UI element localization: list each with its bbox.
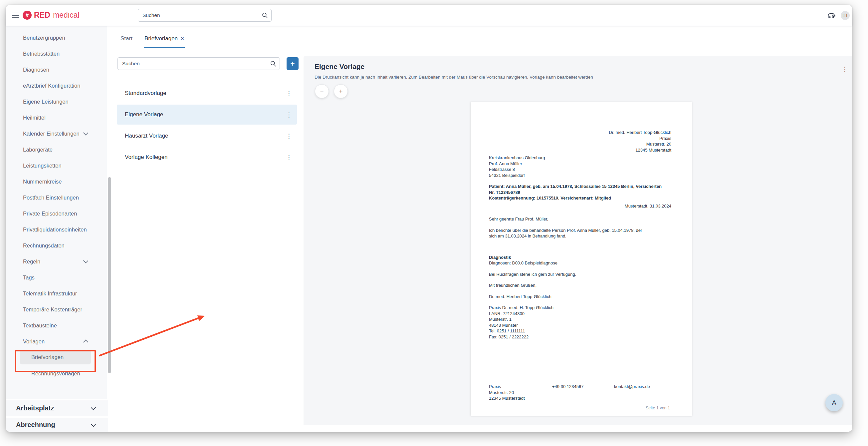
sidebar-item-heilmittel[interactable]: Heilmittel [6,110,107,125]
chevron-down-icon [83,258,89,264]
letter-content: Dr. med. Heribert Topp-GlücklichPraxisMu… [489,101,671,340]
sidebar-item-leistungsketten[interactable]: Leistungsketten [6,157,107,174]
sidebar-item-textbausteine[interactable]: Textbausteine [6,318,107,333]
add-template-button[interactable]: + [286,57,299,70]
footer-phone: +49 30 1234567 [552,384,614,402]
hamburger-menu-icon[interactable] [12,13,19,18]
letter-availability: Bei Rückfragen stehe ich gern zur Verfüg… [489,271,671,277]
sidebar-item-label: Laborgeräte [23,147,53,153]
letter-diagnostics-heading: Diagnostik [489,255,671,261]
list-item-label: Standardvorlage [117,90,166,97]
sidebar-item-privatliquidationseinheiten[interactable]: Privatliquidationseinheiten [6,221,107,237]
tab-label: Briefvorlagen [145,35,178,42]
sidebar-item-temporäre-kostenträger[interactable]: Temporäre Kostenträger [6,301,107,318]
kebab-menu-icon[interactable]: ⋮ [286,112,292,118]
sidebar-item-label: Regeln [23,259,40,265]
list-item-eigene-vorlage[interactable]: Eigene Vorlage⋮ [117,105,297,125]
sidebar-item-label: Tags [23,274,35,281]
sidebar-item-label: Textbausteine [23,322,57,329]
sidebar-item-label: Diagnosen [23,67,49,73]
sidebar-item-rechnungsdaten[interactable]: Rechnungsdaten [6,237,107,254]
tab-label: Start [121,35,132,42]
app-logo: # REDmedical [23,11,79,20]
sidebar-section-abrechnung[interactable]: Abrechnung [6,418,108,432]
list-item-label: Vorlage Kollegen [117,154,168,160]
sidebar-item-earztbrief-konfiguration[interactable]: eArztbrief Konfiguration [6,78,107,94]
list-item-label: Eigene Vorlage [117,111,163,118]
letter-line: Musterstr. 20 [489,141,671,147]
letter-body: Ich berichte über die behandelte Person … [489,228,651,239]
global-search-input[interactable] [138,9,272,22]
letter-line: Prof. Anna Müller [489,161,671,167]
letter-line: Praxis [489,136,671,142]
sidebar-item-laborgeräte[interactable]: Laborgeräte [6,142,107,157]
letter-line: Patient: Anna Müller, geb. am 15.04.1978… [489,183,663,195]
sidebar-item-diagnosen[interactable]: Diagnosen [6,62,107,78]
kebab-menu-icon[interactable]: ⋮ [286,154,292,160]
letter-diagnostics-line: Diagnosen: D00.0 Beispieldiagnose [489,260,671,266]
sidebar-item-vorlagen[interactable]: Vorlagen [6,333,107,349]
sidebar-item-benutzergruppen[interactable]: Benutzergruppen [6,30,107,46]
list-item-label: Hausarzt Vorlage [117,132,168,139]
chevron-down-icon [91,405,96,410]
preview-title: Eigene Vorlage [314,63,365,70]
sidebar-scrollbar[interactable] [108,177,111,373]
sidebar-item-telematik-infrastruktur[interactable]: Telematik Infrastruktur [6,286,107,301]
list-item-hausarzt-vorlage[interactable]: Hausarzt Vorlage⋮ [117,126,297,146]
kebab-menu-icon[interactable]: ⋮ [842,65,848,73]
close-icon[interactable]: × [181,36,184,41]
letter-recipient-block: Kreiskrankenhaus OldenburgProf. Anna Mül… [489,155,671,178]
letter-line: LANR: 721244300 [489,311,671,317]
preview-description: Die Druckansicht kann je nach Inhalt var… [314,75,593,80]
template-search [118,57,280,70]
annotation-highlight-box [15,350,96,372]
footer-line: Praxis [489,384,552,390]
template-list: Standardvorlage⋮Eigene Vorlage⋮Hausarzt … [117,83,297,169]
sidebar-item-eigene-leistungen[interactable]: Eigene Leistungen [6,94,107,110]
tab-start[interactable]: Start [120,30,133,48]
footer-line: 12345 Musterstadt [489,395,552,402]
footer-line: Musterstr. 20 [489,390,552,396]
letter-line: 12345 Musterstadt [489,147,671,153]
list-item-vorlage-kollegen[interactable]: Vorlage Kollegen⋮ [117,147,297,167]
chevron-down-icon [91,422,96,427]
page-indicator: Seite 1 von 1 [646,406,670,410]
zoom-in-button[interactable]: + [334,84,348,98]
sidebar-item-label: Private Episodenarten [23,210,77,217]
sidebar-item-tags[interactable]: Tags [6,269,107,286]
letter-line: Kostenträgerkennung: 101575519, Versiche… [489,195,663,201]
elephant-icon[interactable] [827,12,836,19]
sidebar-item-kalender-einstellungen[interactable]: Kalender Einstellungen [6,125,107,142]
sidebar-item-nummernkreise[interactable]: Nummernkreise [6,174,107,189]
sidebar-item-regeln[interactable]: Regeln [6,254,107,269]
sidebar-item-postfach-einstellungen[interactable]: Postfach Einstellungen [6,189,107,206]
tab-bar: StartBriefvorlagen× [120,30,846,48]
user-avatar[interactable]: HT [841,11,850,20]
footer-email: kontakt@praxis.de [614,384,650,402]
kebab-menu-icon[interactable]: ⋮ [286,90,292,97]
sidebar-item-label: Eigene Leistungen [23,98,68,105]
top-bar: # REDmedical HT [6,5,852,26]
letter-signature-name: Dr. med. Heribert Topp-Glücklich [489,294,671,300]
sidebar-item-betriebsstätten[interactable]: Betriebsstätten [6,46,107,62]
kebab-menu-icon[interactable]: ⋮ [286,133,292,139]
chevron-down-icon [83,130,89,136]
letter-line: 48143 Münster [489,322,671,328]
tab-briefvorlagen[interactable]: Briefvorlagen× [144,30,185,48]
sidebar-nav: BenutzergruppenBetriebsstättenDiagnosene… [6,26,107,381]
footer-address: PraxisMusterstr. 2012345 Musterstadt [489,384,552,402]
sidebar-item-label: Postfach Einstellungen [23,195,79,201]
sidebar-item-label: Nummernkreise [23,179,62,185]
sidebar-item-private-episodenarten[interactable]: Private Episodenarten [6,206,107,221]
sidebar-section-arbeitsplatz[interactable]: Arbeitsplatz [6,400,108,416]
zoom-out-button[interactable]: − [315,84,329,98]
settings-sidebar: BenutzergruppenBetriebsstättenDiagnosene… [6,26,107,399]
letter-page[interactable]: Dr. med. Heribert Topp-GlücklichPraxisMu… [471,101,692,416]
template-search-input[interactable] [118,57,280,70]
letter-line: Tel: 0251 / 1111111 [489,328,671,334]
letter-line: 54321 Beispieldorf [489,173,671,179]
list-item-standardvorlage[interactable]: Standardvorlage⋮ [117,83,297,103]
assistant-floating-button[interactable]: A [826,394,843,411]
letter-line: Dr. med. Heribert Topp-Glücklich [489,129,671,136]
logo-text-red: RED [34,11,50,20]
